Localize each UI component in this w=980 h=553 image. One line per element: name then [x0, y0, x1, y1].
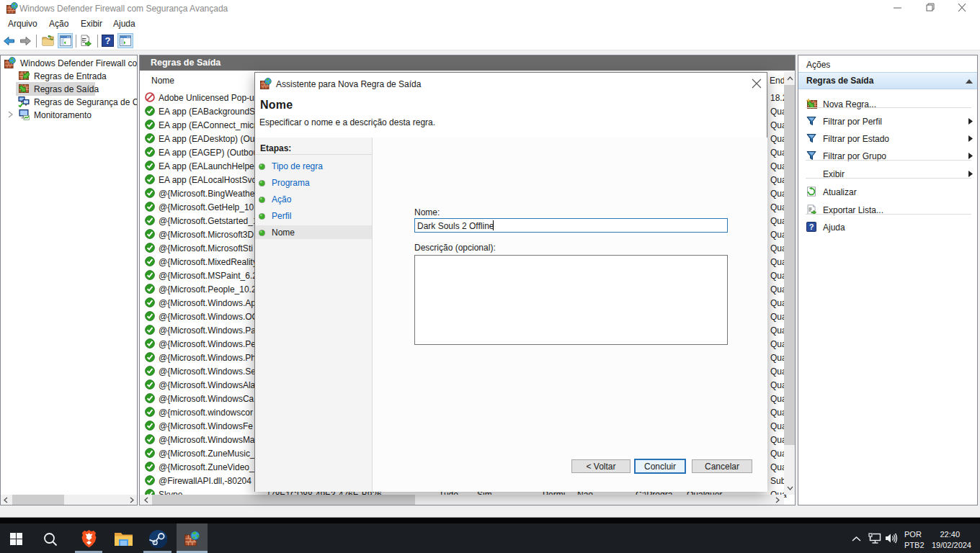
svg-text:?: ? — [809, 222, 814, 231]
svg-text:?: ? — [105, 35, 111, 46]
